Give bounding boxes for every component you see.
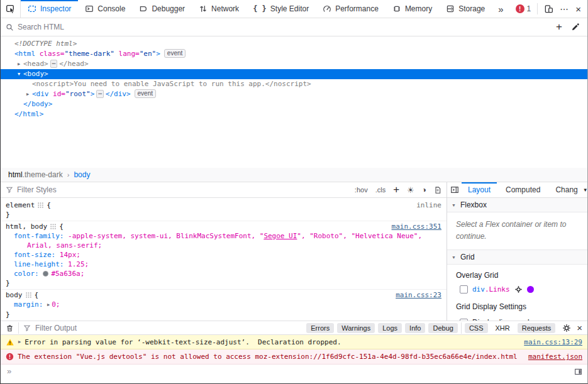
- tab-performance[interactable]: Performance: [316, 0, 386, 18]
- pick-element-icon: [6, 4, 16, 14]
- markup-noscript-row[interactable]: <noscript>You need to enable JavaScript …: [1, 79, 587, 89]
- grid-color-swatch[interactable]: [527, 286, 534, 293]
- console-warning-message[interactable]: ▶ Error in parsing value for ‘-webkit-te…: [1, 335, 587, 349]
- declaration-font-family[interactable]: font-family: -apple-system, system-ui, B…: [1, 231, 447, 250]
- devtools-window: Inspector Console Debugger Network { } S…: [0, 0, 588, 384]
- warning-source-link[interactable]: main.css:13:29: [524, 338, 582, 346]
- search-html-input[interactable]: Search HTML: [18, 23, 64, 31]
- flexbox-section-title: Flexbox: [460, 200, 487, 209]
- rule-source-link[interactable]: main.css:351: [392, 222, 441, 231]
- grid-section-header[interactable]: ▼ Grid: [447, 250, 587, 265]
- tab-console[interactable]: Console: [78, 0, 132, 18]
- markup-head-row[interactable]: ▶<head>⋯</head>: [1, 59, 587, 69]
- markup-div-root-row[interactable]: ▶<div id="root">⋯</div>event: [1, 89, 587, 99]
- event-badge[interactable]: event: [135, 89, 156, 98]
- expander-icon[interactable]: ▼: [14, 69, 23, 79]
- tab-memory[interactable]: Memory: [386, 0, 439, 18]
- tab-inspector[interactable]: Inspector: [21, 0, 78, 18]
- filter-styles-input[interactable]: Filter Styles: [17, 185, 57, 194]
- chevron-double-icon: »: [498, 4, 503, 14]
- filter-requests-button[interactable]: Requests: [518, 323, 555, 333]
- close-devtools-button[interactable]: ×: [575, 4, 581, 14]
- tab-storage[interactable]: Storage: [439, 0, 492, 18]
- tab-layout[interactable]: Layout: [462, 182, 497, 197]
- filter-warnings-button[interactable]: Warnings: [337, 323, 375, 333]
- rule-location: inline: [416, 200, 441, 210]
- expander-icon[interactable]: ▶: [18, 339, 21, 344]
- error-count-badge[interactable]: ! 1: [516, 4, 531, 13]
- light-scheme-icon[interactable]: ☀: [407, 185, 414, 195]
- filter-xhr-button[interactable]: XHR: [491, 323, 514, 333]
- markup-html-close[interactable]: </html>: [1, 109, 587, 119]
- add-rule-button[interactable]: +: [393, 184, 399, 196]
- expander-icon[interactable]: ▶: [47, 302, 50, 307]
- clear-console-icon[interactable]: [6, 324, 14, 332]
- expander-icon[interactable]: ▶: [23, 89, 32, 99]
- console-error-message[interactable]: The extension "Vue.js devtools" is not a…: [1, 349, 587, 365]
- tab-network[interactable]: Network: [192, 0, 246, 18]
- grid-settings-icon[interactable]: [514, 285, 523, 293]
- tab-computed[interactable]: Computed: [499, 182, 546, 197]
- grid-item-selector[interactable]: div.Links: [472, 285, 510, 293]
- filter-errors-button[interactable]: Errors: [306, 323, 334, 333]
- markup-body-close[interactable]: </body>: [1, 99, 587, 109]
- filter-output-input[interactable]: Filter Output: [35, 324, 77, 332]
- tab-label: Storage: [458, 4, 485, 13]
- panel-tabs: Inspector Console Debugger Network { } S…: [21, 0, 510, 18]
- rules-toolbar-buttons: :hov .cls + ☀ ◑: [355, 184, 441, 196]
- sidebar-tabs: Layout Computed Chang ▼: [447, 182, 587, 198]
- collapsed-content-badge[interactable]: ⋯: [50, 60, 57, 68]
- declaration-color[interactable]: color: #5a636a;: [1, 269, 447, 278]
- console-filter-separator: [461, 322, 462, 334]
- filter-logs-button[interactable]: Logs: [378, 323, 402, 333]
- tab-style-editor[interactable]: { } Style Editor: [246, 0, 316, 18]
- declaration-line-height[interactable]: line-height: 1.25;: [1, 260, 447, 269]
- dot-grid-icon[interactable]: [50, 224, 56, 229]
- print-media-icon[interactable]: [434, 186, 441, 194]
- grid-overlay-item: div.Links: [460, 285, 587, 293]
- filter-info-button[interactable]: Info: [405, 323, 425, 333]
- toggle-classes-button[interactable]: .cls: [375, 186, 386, 194]
- console-input-row[interactable]: »: [1, 365, 587, 383]
- dot-grid-icon[interactable]: [38, 202, 43, 208]
- tabs-overflow-button[interactable]: »: [492, 0, 509, 18]
- dot-grid-icon[interactable]: [26, 292, 31, 298]
- breadcrumb-html[interactable]: html.theme-dark: [8, 170, 63, 179]
- add-node-button[interactable]: +: [556, 21, 562, 33]
- collapsed-content-badge[interactable]: ⋯: [96, 90, 103, 98]
- split-console-icon[interactable]: [574, 368, 582, 376]
- markup-body-row-selected[interactable]: ▼<body>: [1, 69, 587, 79]
- rule-source-link[interactable]: main.css:23: [396, 290, 441, 300]
- toggle-pseudo-classes-button[interactable]: :hov: [355, 186, 368, 194]
- tab-debugger[interactable]: Debugger: [132, 0, 192, 18]
- close-split-console-button[interactable]: ×: [577, 322, 582, 333]
- dark-scheme-icon[interactable]: ◑: [422, 185, 426, 194]
- filter-css-button[interactable]: CSS: [465, 323, 488, 333]
- console-settings-gear-icon[interactable]: [562, 324, 571, 332]
- style-editor-icon: { }: [253, 4, 267, 13]
- color-swatch[interactable]: [43, 271, 48, 277]
- markup-doctype[interactable]: <!DOCTYPE html>: [1, 39, 587, 49]
- markup-html-open[interactable]: <html class="theme-dark" lang="en">event: [1, 49, 587, 59]
- expander-icon[interactable]: ▶: [14, 59, 23, 69]
- error-text: The extension "Vue.js devtools" is not a…: [18, 353, 518, 361]
- rule-selector[interactable]: html, body: [6, 222, 47, 231]
- responsive-design-mode-button[interactable]: [544, 4, 553, 14]
- dock-sidebar-icon[interactable]: [450, 185, 459, 194]
- declaration-margin[interactable]: margin: ▶0;: [1, 300, 447, 310]
- tab-changes[interactable]: Chang: [549, 182, 584, 197]
- toolbar-separator: [537, 3, 538, 14]
- pick-element-button[interactable]: [1, 0, 21, 18]
- grid-display-settings-label: Grid Display Settings: [456, 302, 587, 311]
- rule-selector[interactable]: element: [6, 200, 35, 210]
- filter-debug-button[interactable]: Debug: [428, 323, 457, 333]
- declaration-font-size[interactable]: font-size: 14px;: [1, 250, 447, 260]
- rule-selector[interactable]: body: [6, 290, 23, 300]
- event-badge[interactable]: event: [164, 49, 186, 58]
- grid-overlay-checkbox[interactable]: [460, 285, 468, 293]
- flexbox-section-header[interactable]: ▼ Flexbox: [447, 198, 587, 212]
- eyedropper-button[interactable]: [571, 23, 580, 31]
- error-source-link[interactable]: manifest.json: [528, 353, 582, 361]
- meatball-menu-button[interactable]: ⋯: [560, 4, 569, 14]
- breadcrumb-body[interactable]: body: [74, 170, 90, 179]
